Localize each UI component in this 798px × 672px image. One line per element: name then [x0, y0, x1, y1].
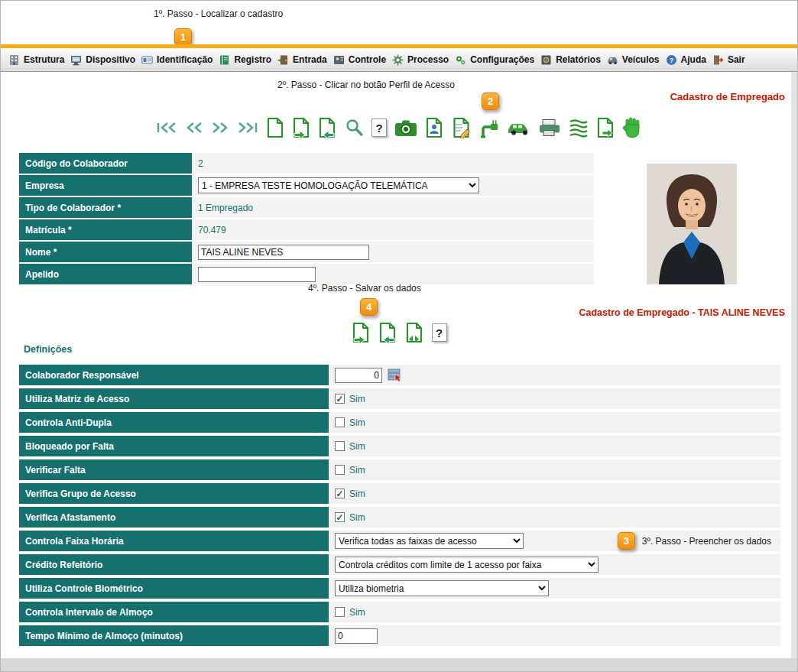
exit-record-button[interactable]	[317, 116, 337, 139]
row-verifica-grupo: Verifica Grupo de Acesso ✓ Sim	[19, 483, 780, 504]
help-button-secondary[interactable]: ?	[431, 323, 448, 342]
form-row-nome: Nome *	[19, 242, 594, 262]
row-verificar-falta: Verificar Falta ✓ Sim	[19, 459, 780, 480]
manual-access-button[interactable]	[621, 116, 643, 139]
menu-item-entrada[interactable]: Entrada	[274, 51, 330, 69]
identificacao-icon	[141, 54, 153, 66]
relatorios-icon	[540, 54, 552, 66]
save-toolbar: ?	[1, 320, 797, 345]
menu-item-label: Identificação	[157, 54, 212, 65]
checkbox-caption: Sim	[349, 394, 365, 404]
colaborador-responsavel-input[interactable]	[335, 368, 382, 383]
search-button[interactable]	[343, 117, 365, 138]
form-row-apelido: Apelido	[19, 264, 594, 284]
row-controla-faixa: Controla Faixa Horária Verifica todas as…	[19, 531, 780, 551]
cancel-button[interactable]	[378, 321, 397, 344]
check-icon: ✓	[336, 514, 343, 521]
checkbox-caption: Sim	[349, 512, 365, 523]
document-cancel-icon	[378, 322, 397, 343]
lookup-button[interactable]	[387, 368, 403, 382]
menu-item-configuracoes[interactable]: Configurações	[452, 51, 537, 69]
document-transfer-icon	[405, 322, 423, 343]
nav-first-icon	[156, 121, 177, 135]
apelido-input[interactable]	[198, 267, 316, 282]
nav-first-button[interactable]	[155, 120, 178, 135]
nome-input[interactable]	[198, 245, 369, 260]
edit-document-button[interactable]	[450, 116, 472, 139]
right-margin	[791, 72, 797, 658]
empresa-select[interactable]: 1 - EMPRESA TESTE HOMOLOGAÇÃO TELEMÁTICA	[198, 177, 479, 193]
document-arrow-left-icon	[318, 117, 336, 138]
nav-next-button[interactable]	[210, 120, 230, 135]
field-label: Apelido	[19, 264, 192, 284]
print-button[interactable]	[538, 118, 562, 138]
menu-item-veiculos[interactable]: Veículos	[604, 51, 663, 69]
help-icon: ?	[371, 118, 387, 137]
matricula-value: 70.479	[198, 225, 226, 235]
field-label: Crédito Refeitório	[19, 554, 329, 575]
verificar-falta-checkbox[interactable]: ✓	[335, 465, 345, 475]
row-controla-intervalo: Controla Intervalo de Almoço ✓ Sim	[19, 602, 780, 622]
controla-intervalo-checkbox[interactable]: ✓	[335, 607, 345, 617]
step1-note: 1º. Passo - Localizar o cadastro	[154, 8, 283, 19]
field-label: Utiliza Controle Biométrico	[19, 578, 329, 599]
controla-anti-dupla-checkbox[interactable]: ✓	[335, 417, 345, 427]
verifica-afastamento-checkbox[interactable]: ✓	[335, 512, 345, 522]
signature-list-button[interactable]	[568, 118, 589, 138]
field-label: Verifica Grupo de Acesso	[19, 483, 329, 504]
document-save-icon	[352, 322, 370, 343]
utiliza-matriz-checkbox[interactable]: ✓	[335, 394, 345, 404]
menu-item-label: Veículos	[622, 54, 660, 65]
menu-item-estrutura[interactable]: Estrutura	[5, 51, 67, 69]
transfer-button[interactable]	[404, 321, 424, 344]
menu-item-sair[interactable]: Sair	[709, 51, 748, 69]
employee-form: Código do Colaborador 2 Empresa 1 - EMPR…	[19, 153, 594, 286]
menu-item-ajuda[interactable]: ? Ajuda	[663, 51, 709, 69]
help-button[interactable]: ?	[371, 118, 388, 138]
menu-item-label: Processo	[407, 54, 449, 65]
menu-item-identificacao[interactable]: Identificação	[138, 51, 216, 69]
step1-badge: 1	[174, 28, 192, 46]
field-label: Tempo Mínimo de Almoço (minutos)	[19, 625, 329, 646]
menu-item-relatorios[interactable]: Relatórios	[537, 51, 604, 69]
menu-item-label: Configurações	[470, 54, 534, 65]
sair-icon	[712, 54, 724, 66]
row-colaborador-responsavel: Colaborador Responsável	[19, 365, 780, 385]
save-button[interactable]	[351, 321, 371, 344]
menu-item-processo[interactable]: Processo	[389, 51, 452, 69]
configuracoes-icon	[455, 54, 466, 66]
photo-capture-button[interactable]	[394, 118, 418, 138]
bottom-margin	[1, 658, 797, 671]
menu-item-registro[interactable]: Registro	[216, 51, 274, 69]
nav-next-icon	[211, 121, 229, 135]
menu-item-controle[interactable]: Controle	[330, 51, 389, 69]
employee-report-button[interactable]	[424, 116, 444, 139]
field-label: Matrícula *	[19, 219, 192, 240]
lookup-grid-icon	[388, 368, 402, 381]
bloqueado-por-falta-checkbox[interactable]: ✓	[335, 441, 345, 451]
insert-record-button[interactable]	[291, 116, 311, 139]
vehicle-button[interactable]	[506, 119, 532, 136]
access-profile-button[interactable]	[478, 116, 500, 139]
controla-faixa-select[interactable]: Verifica todas as faixas de acesso	[335, 533, 524, 549]
tempo-minimo-input[interactable]	[335, 628, 378, 644]
menu-item-label: Sair	[728, 54, 745, 65]
checkbox-caption: Sim	[349, 607, 365, 618]
export-document-button[interactable]	[595, 116, 615, 139]
main-menu: Estrutura Dispositivo Identificação Regi…	[1, 48, 797, 72]
menu-item-dispositivo[interactable]: Dispositivo	[67, 51, 138, 69]
estrutura-icon	[8, 54, 20, 66]
credito-refeitorio-select[interactable]: Controla créditos com limite de 1 acesso…	[335, 557, 598, 573]
step4-badge: 4	[360, 298, 378, 316]
new-record-button[interactable]	[265, 116, 285, 139]
form-row-empresa: Empresa 1 - EMPRESA TESTE HOMOLOGAÇÃO TE…	[19, 175, 594, 196]
row-controle-biometrico: Utiliza Controle Biométrico Utiliza biom…	[19, 578, 780, 599]
menu-item-label: Estrutura	[24, 54, 64, 65]
nav-previous-button[interactable]	[184, 120, 204, 135]
controle-biometrico-select[interactable]: Utiliza biometria	[335, 580, 549, 596]
field-label: Nome *	[19, 242, 192, 262]
nav-last-button[interactable]	[236, 120, 259, 135]
verifica-grupo-checkbox[interactable]: ✓	[335, 489, 345, 498]
menu-item-label: Relatórios	[556, 54, 601, 65]
step4-note: 4º. Passo - Salvar os dados	[308, 283, 421, 294]
